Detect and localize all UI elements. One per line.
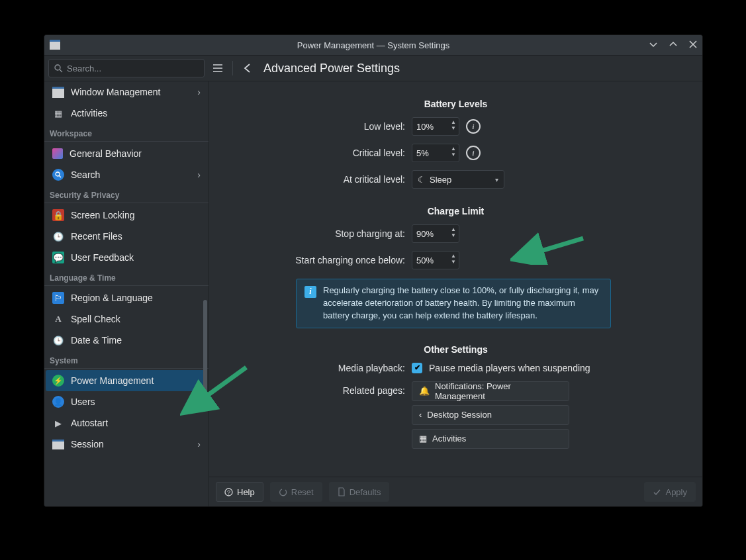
sidebar: Window Management›▦ActivitiesWorkspaceGe… [44,81,209,506]
region-language-icon: 🏳 [52,292,64,304]
critical-level-spinner[interactable]: 5%▲▼ [412,144,459,162]
sidebar-item-label: User Feedback [71,252,134,263]
app-icon [50,40,60,50]
info-text: Regularly charging the battery close to … [323,285,602,322]
sidebar-item-region-language[interactable]: 🏳Region & Language [46,287,207,308]
chevron-right-icon: › [197,439,201,449]
settings-window: Power Management — System Settings Searc… [44,34,703,507]
chevron-right-icon: › [197,169,201,180]
reset-button[interactable]: Reset [270,482,322,502]
info-icon: i [304,286,316,298]
spinner-arrows-icon: ▲▼ [451,226,456,238]
sidebar-group-label: Language & Time [44,268,209,286]
sidebar-item-screen-locking[interactable]: 🔒Screen Locking [46,205,207,226]
activities-icon: ▦ [52,107,64,119]
help-button[interactable]: ?Help [216,482,263,502]
back-button[interactable] [238,59,257,77]
media-checkbox-label: Pause media players when suspending [429,363,590,373]
related-link-activities[interactable]: ▦Activities [412,429,569,449]
related-pages-label: Related pages: [209,381,405,396]
page-title: Advanced Power Settings [263,62,400,75]
document-icon [338,487,346,496]
svg-point-2 [55,65,60,70]
search-icon [54,64,63,73]
titlebar: Power Management — System Settings [44,35,702,56]
sidebar-item-label: Search [71,169,100,180]
sidebar-item-session[interactable]: Session› [46,434,207,455]
start-charging-spinner[interactable]: 50%▲▼ [412,251,459,269]
autostart-icon: ▶ [52,417,64,429]
media-checkbox[interactable]: ✔ [412,363,422,373]
search-input[interactable]: Search... [48,59,205,77]
moon-icon: ☾ [418,175,426,185]
start-charging-label: Start charging once below: [209,255,405,265]
activities-icon: ▦ [419,434,427,443]
spinner-arrows-icon: ▲▼ [451,119,456,131]
separator [232,61,233,75]
user-feedback-icon: 💬 [52,252,64,263]
low-level-label: Low level: [209,121,405,132]
scrollbar-thumb[interactable] [203,300,207,406]
svg-text:?: ? [227,489,230,496]
toolbar: Search... Advanced Power Settings [44,56,702,81]
sidebar-item-label: Region & Language [71,293,153,303]
sidebar-item-label: Screen Locking [71,210,135,220]
sidebar-group-label: Security & Privacy [44,185,209,203]
apply-button[interactable]: Apply [644,482,696,502]
sidebar-item-general-behavior[interactable]: General Behavior [46,143,207,164]
at-critical-combo[interactable]: ☾Sleep ▾ [412,170,504,189]
critical-level-label: Critical level: [209,148,405,158]
reset-icon [279,488,287,496]
related-link-notifications[interactable]: 🔔Notifications: Power Management [412,381,569,401]
sidebar-item-power-management[interactable]: ⚡Power Management [46,370,207,391]
date-time-icon: 🕒 [52,334,64,346]
link-label: Desktop Session [427,410,492,420]
svg-line-3 [60,70,62,72]
sidebar-item-label: Recent Files [71,231,122,242]
footer: ?Help Reset Defaults Apply [209,477,702,506]
sidebar-item-user-feedback[interactable]: 💬User Feedback [46,247,207,268]
info-icon[interactable]: i [466,119,481,134]
media-playback-label: Media playback: [209,363,405,373]
related-link-desktop-session[interactable]: ‹Desktop Session [412,405,569,425]
maximize-button[interactable] [669,40,677,50]
sidebar-item-users[interactable]: 👤Users [46,391,207,412]
search-placeholder: Search... [67,64,101,73]
screen-locking-icon: 🔒 [52,209,64,221]
spell-check-icon: A [52,313,64,325]
defaults-button[interactable]: Defaults [329,482,390,502]
general-behavior-icon [52,148,63,159]
sidebar-item-window-management[interactable]: Window Management› [46,81,207,103]
sidebar-item-label: Users [71,397,95,407]
users-icon: 👤 [52,396,64,408]
sidebar-item-autostart[interactable]: ▶Autostart [46,412,207,434]
sidebar-item-label: Power Management [71,375,154,386]
sidebar-item-activities[interactable]: ▦Activities [46,103,207,124]
at-critical-label: At critical level: [209,174,405,185]
spinner-arrows-icon: ▲▼ [451,146,456,158]
search-icon [52,169,64,181]
menu-button[interactable] [209,59,227,77]
desktop-session-icon: ‹ [419,410,422,420]
sidebar-item-label: Autostart [71,418,108,428]
sidebar-item-date-time[interactable]: 🕒Date & Time [46,330,207,351]
info-icon[interactable]: i [466,146,481,160]
stop-charging-label: Stop charging at: [209,228,405,239]
sidebar-item-spell-check[interactable]: ASpell Check [46,308,207,330]
window-management-icon [52,87,64,98]
sidebar-item-recent-files[interactable]: 🕒Recent Files [46,226,207,247]
sidebar-item-label: General Behavior [70,148,142,159]
close-button[interactable] [689,40,697,50]
chevron-down-icon: ▾ [495,176,498,183]
sidebar-item-label: Window Management [71,87,160,97]
svg-line-8 [59,175,61,177]
check-icon [653,488,661,496]
stop-charging-spinner[interactable]: 90%▲▼ [412,224,459,243]
minimize-button[interactable] [649,40,657,50]
low-level-spinner[interactable]: 10%▲▼ [412,117,459,136]
recent-files-icon: 🕒 [52,230,64,242]
notifications-icon: 🔔 [419,386,430,396]
window-title: Power Management — System Settings [297,40,450,50]
section-other: Other Settings [209,344,702,355]
sidebar-item-search[interactable]: Search› [46,164,207,185]
